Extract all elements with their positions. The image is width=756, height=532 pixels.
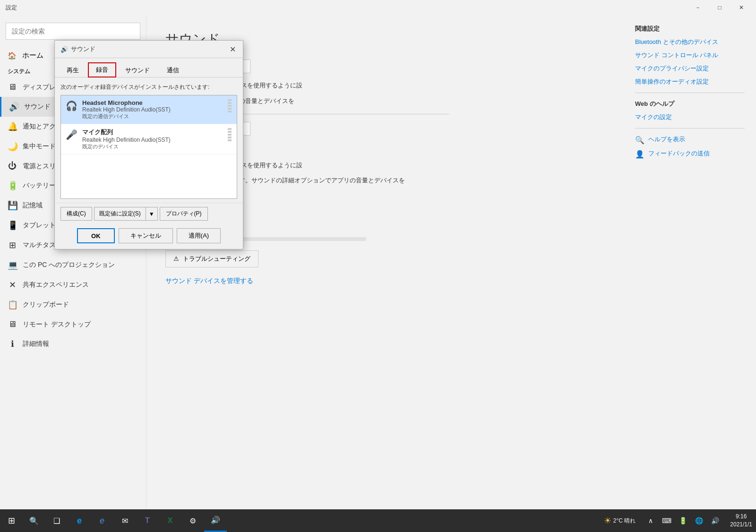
dialog-tabs: 再生 録音 サウンド 通信 [55, 58, 243, 77]
dialog-footer-left: 構成(C) 既定値に設定(S) ▼ プロパティ(P) [60, 207, 237, 221]
dialog-title-icon: 🔊 [60, 46, 68, 53]
tray-network-icon[interactable]: 🌐 [691, 509, 706, 532]
dialog-footer: 構成(C) 既定値に設定(S) ▼ プロパティ(P) [55, 203, 243, 224]
headset-status: 既定の通信デバイス [82, 113, 223, 120]
headset-info: Headset Microphone Realtek High Definiti… [82, 99, 223, 120]
array-driver: Realtek High Definition Audio(SST) [82, 137, 223, 143]
dialog-overlay: 🔊 サウンド ✕ 再生 録音 サウンド 通信 次のオーディオ録音デバイスがインス… [0, 0, 756, 532]
configure-button[interactable]: 構成(C) [60, 207, 92, 221]
device-item-headset[interactable]: 🎧 Headset Microphone Realtek High Defini… [61, 95, 237, 124]
mic-array-icon: 🎤 [66, 129, 77, 140]
tab-communication[interactable]: 通信 [159, 62, 187, 77]
clock-time: 9:16 [736, 513, 747, 521]
apply-button[interactable]: 適用(A) [177, 228, 221, 243]
cancel-button[interactable]: キャンセル [119, 228, 173, 243]
clock-date: 2021/1/1 [730, 521, 752, 529]
settings-taskbar-button[interactable]: ⚙ [181, 509, 204, 532]
taskbar: ⊞ 🔍 ❑ e e ✉ T X ⚙ 🔊 ☀ 2°C 晴れ ∧ ⌨ 🔋 🌐 🔊 9… [0, 509, 756, 532]
headset-icon: 🎧 [66, 100, 77, 112]
device-list: 🎧 Headset Microphone Realtek High Defini… [60, 95, 237, 199]
tray-chevron[interactable]: ∧ [643, 509, 658, 532]
excel-button[interactable]: X [159, 509, 181, 532]
default-button-arrow[interactable]: ▼ [146, 207, 158, 221]
speaker-taskbar-button[interactable]: 🔊 [204, 509, 227, 532]
taskbar-clock[interactable]: 9:16 2021/1/1 [726, 509, 756, 532]
default-btn-split: 既定値に設定(S) ▼ [94, 207, 158, 221]
headset-driver: Realtek High Definition Audio(SST) [82, 106, 223, 113]
dialog-content: 次のオーディオ録音デバイスがインストールされています: 🎧 Headset Mi… [55, 77, 243, 203]
dialog-close-button[interactable]: ✕ [228, 44, 237, 54]
taskbar-tray: ∧ ⌨ 🔋 🌐 🔊 [639, 509, 726, 532]
start-button[interactable]: ⊞ [0, 509, 23, 532]
weather-area[interactable]: ☀ 2°C 晴れ [600, 515, 639, 526]
dialog-subtitle: 次のオーディオ録音デバイスがインストールされています: [60, 83, 237, 91]
headset-level-bar [227, 99, 232, 112]
dialog-title-text: 🔊 サウンド [60, 45, 95, 53]
weather-text: 2°C 晴れ [613, 517, 636, 525]
sound-dialog: 🔊 サウンド ✕ 再生 録音 サウンド 通信 次のオーディオ録音デバイスがインス… [54, 40, 243, 249]
mail-button[interactable]: ✉ [113, 509, 136, 532]
headset-name: Headset Microphone [82, 99, 223, 106]
weather-icon: ☀ [604, 515, 611, 526]
properties-button[interactable]: プロパティ(P) [160, 207, 208, 221]
array-level-bar [227, 128, 232, 141]
device-item-array[interactable]: 🎤 マイク配列 Realtek High Definition Audio(SS… [61, 124, 237, 154]
teams-button[interactable]: T [136, 509, 159, 532]
tray-volume-icon[interactable]: 🔊 [707, 509, 722, 532]
default-button[interactable]: 既定値に設定(S) [94, 207, 146, 221]
search-button[interactable]: 🔍 [23, 509, 45, 532]
tray-keyboard[interactable]: ⌨ [659, 509, 674, 532]
dialog-title-bar: 🔊 サウンド ✕ [55, 41, 243, 58]
tray-battery-icon[interactable]: 🔋 [675, 509, 690, 532]
dialog-actions: OK キャンセル 適用(A) [55, 224, 243, 249]
tab-playback[interactable]: 再生 [59, 62, 87, 77]
edge-button[interactable]: e [68, 509, 91, 532]
ok-button[interactable]: OK [77, 228, 115, 243]
array-info: マイク配列 Realtek High Definition Audio(SST)… [82, 128, 223, 150]
taskview-button[interactable]: ❑ [45, 509, 68, 532]
dialog-title-label: サウンド [71, 45, 95, 53]
tab-recording[interactable]: 録音 [88, 62, 116, 77]
tab-sound[interactable]: サウンド [117, 62, 158, 77]
array-status: 既定のデバイス [82, 143, 223, 150]
array-name: マイク配列 [82, 128, 223, 137]
ie-button[interactable]: e [91, 509, 113, 532]
